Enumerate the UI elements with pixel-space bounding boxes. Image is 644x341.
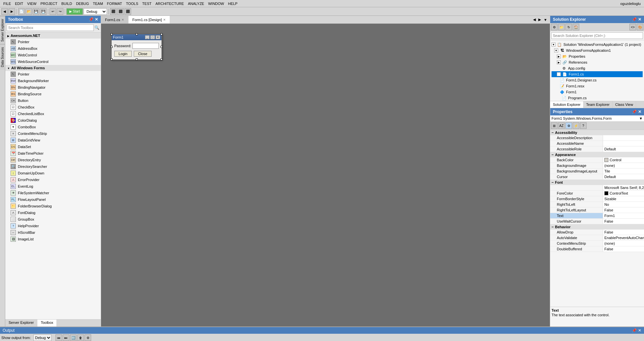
toolbar-forward[interactable]: ▶ [9, 8, 15, 15]
menu-debug[interactable]: DEBUG [74, 1, 91, 6]
debug-config-dropdown[interactable]: Debug Release [84, 8, 107, 15]
tree-program-cs[interactable]: 📄 Program.cs [552, 95, 643, 101]
menu-view[interactable]: VIEW [25, 1, 38, 6]
toolbox-item-helpprovider[interactable]: ? HelpProvider [5, 223, 101, 229]
toolbox-item-colordialog[interactable]: 🎨 ColorDialog [5, 117, 101, 124]
menu-tools[interactable]: TOOLS [124, 1, 140, 6]
toolbar-save[interactable]: 💾 [33, 8, 39, 15]
project-expand[interactable] [554, 48, 558, 52]
toolbox-item-pointer[interactable]: ↖ Pointer [5, 71, 101, 78]
toolbar-btn3[interactable]: ⬛ [125, 8, 131, 15]
toolbox-item-checkedlistbox[interactable]: ☑ CheckedListBox [5, 110, 101, 117]
tab-form1-cs-close[interactable]: ✕ [122, 18, 124, 21]
prop-val-allowdrop[interactable]: False [603, 230, 644, 235]
toolbox-search-input[interactable] [7, 24, 94, 31]
toolbox-item-pointer-aw[interactable]: ↖ Pointer [5, 39, 101, 45]
prop-val-font[interactable]: Microsoft Sans Serif; 8,25pt [603, 185, 644, 190]
se-tab-solution[interactable]: Solution Explorer [550, 101, 584, 108]
server-explorer-tab[interactable]: Server Explorer [0, 16, 5, 44]
menu-team[interactable]: TEAM [91, 1, 105, 6]
properties-expand[interactable] [557, 54, 561, 58]
toolbar-new[interactable]: 📄 [18, 8, 25, 15]
toolbox-item-datetimepicker[interactable]: 📅 DateTimePicker [5, 150, 101, 157]
toolbox-item-contextmenustrip[interactable]: ≡ ContextMenuStrip [5, 130, 101, 137]
server-explorer-bottom-tab[interactable]: Server Explorer [5, 320, 37, 326]
tree-references[interactable]: 🔗 References [552, 59, 643, 65]
anchor-tm[interactable] [136, 33, 138, 35]
tree-solution[interactable]: 📋 Solution 'WindowsFormsApplication1' (1… [552, 42, 643, 47]
menu-test[interactable]: TEST [140, 1, 154, 6]
toolbar-btn1[interactable]: ⬛ [110, 8, 117, 15]
anchor-ml[interactable] [111, 46, 113, 48]
toolbox-search-icon[interactable]: 🔍 [94, 25, 99, 30]
toolbar-redo[interactable]: ↪ [57, 8, 63, 15]
toolbox-item-checkbox[interactable]: ☑ CheckBox [5, 104, 101, 110]
prop-val-doublebuffered[interactable]: False [603, 246, 644, 252]
form-window[interactable]: Form1 _ □ ✕ Password: Login Close [111, 34, 162, 60]
toolbar-open[interactable]: 📂 [25, 8, 32, 15]
props-pin-icon[interactable]: 📌 [632, 109, 637, 114]
output-btn2[interactable]: ⏭ [63, 334, 69, 341]
toolbox-item-fontdialog[interactable]: A FontDialog [5, 209, 101, 216]
se-tb-code[interactable]: <> [629, 24, 636, 30]
show-output-dropdown[interactable]: Debug Build [33, 334, 52, 341]
toolbox-item-webcontrol[interactable]: WC WebControl [5, 52, 101, 58]
menu-build[interactable]: BUILD [59, 1, 74, 6]
props-section-accessibility[interactable]: Accessibility [550, 130, 644, 135]
output-pin-icon[interactable]: 📌 [632, 328, 637, 333]
tab-dropdown[interactable]: ▼ [542, 17, 549, 22]
toolbox-item-filesystemwatcher[interactable]: 👁 FileSystemWatcher [5, 190, 101, 196]
data-sources-tab[interactable]: Data Sources [0, 44, 5, 70]
tab-form1-design[interactable]: Form1.cs [Design] ✕ [128, 16, 170, 23]
menu-edit[interactable]: EDIT [13, 1, 25, 6]
toolbar-start[interactable]: ▶ Start [66, 8, 83, 15]
tree-form1-class[interactable]: 🔷 Form1 [552, 89, 643, 95]
toolbox-item-datagridview[interactable]: ⊞ DataGridView [5, 137, 101, 143]
se-pin-icon[interactable]: 📌 [632, 17, 637, 22]
tree-appconfig[interactable]: ⚙ App.config [552, 65, 643, 71]
output-btn1[interactable]: ⏮ [55, 334, 62, 341]
tree-form1-cs[interactable]: 📄 Form1.cs [552, 71, 643, 77]
se-tb-show-all[interactable]: 📁 [558, 24, 565, 30]
toolbox-item-addressbox[interactable]: AB AddressBox [5, 45, 101, 52]
toolbar-saveall[interactable]: 💾 [40, 8, 47, 15]
output-btn3[interactable]: 🔤 [70, 334, 77, 341]
tab-form1-design-close[interactable]: ✕ [163, 18, 166, 21]
toolbox-item-directoryentry[interactable]: DE DirectoryEntry [5, 157, 101, 163]
tab-form1-cs[interactable]: Form1.cs ✕ [101, 16, 128, 23]
props-section-appearance[interactable]: Appearance [550, 152, 644, 157]
toolbox-section-awesomium[interactable]: Awesomium.NET [5, 33, 101, 39]
toolbox-item-bindingsource[interactable]: BS BindingSource [5, 91, 101, 97]
prop-val-cursor[interactable]: Default [603, 174, 644, 179]
se-tb-home[interactable]: 🏠 [573, 24, 579, 30]
tree-project[interactable]: 🏗 WindowsFormsApplication1 [552, 47, 643, 53]
toolbar-btn2[interactable]: ⬛ [117, 8, 124, 15]
toolbox-item-domainupdown[interactable]: ↕ DomainUpDown [5, 170, 101, 176]
solution-expand[interactable] [552, 43, 555, 46]
menu-file[interactable]: FILE [1, 1, 13, 6]
form-close-button[interactable]: Close [134, 51, 152, 57]
toolbox-item-groupbox[interactable]: ⬜ GroupBox [5, 216, 101, 223]
output-close-icon[interactable]: ✕ [638, 328, 641, 333]
prop-val-backcolor[interactable]: Control [603, 157, 644, 163]
prop-val-contextmenustrip[interactable]: (none) [603, 241, 644, 246]
props-section-behavior[interactable]: Behavior [550, 224, 644, 230]
references-expand[interactable] [557, 60, 561, 64]
toolbox-item-websourcecontrol[interactable]: WS WebSourceControl [5, 58, 101, 65]
props-help-btn[interactable]: ? [580, 122, 587, 129]
toolbox-section-winforms[interactable]: All Windows Forms [5, 65, 101, 71]
toolbox-close-icon[interactable]: ✕ [95, 17, 98, 22]
toolbox-item-imagelist[interactable]: 🖼 ImageList [5, 236, 101, 242]
prop-val-usewaitcursor[interactable]: False [603, 219, 644, 224]
toolbox-item-hscrollbar[interactable]: ↔ HScrollBar [5, 229, 101, 236]
se-tb-properties[interactable]: ⚙ [551, 24, 557, 30]
menu-help[interactable]: HELP [226, 1, 239, 6]
prop-val-accessible-name[interactable] [603, 141, 644, 146]
props-object-dropdown[interactable]: ▼ [639, 116, 643, 120]
props-alpha-btn[interactable]: AZ [558, 122, 565, 129]
se-tab-team[interactable]: Team Explorer [584, 101, 613, 108]
toolbox-item-backgroundworker[interactable]: BW BackgroundWorker [5, 78, 101, 84]
toolbar-back[interactable]: ◀ [1, 8, 8, 15]
toolbox-item-eventlog[interactable]: EL EventLog [5, 183, 101, 190]
prop-val-accessible-role[interactable]: Default [603, 146, 644, 152]
